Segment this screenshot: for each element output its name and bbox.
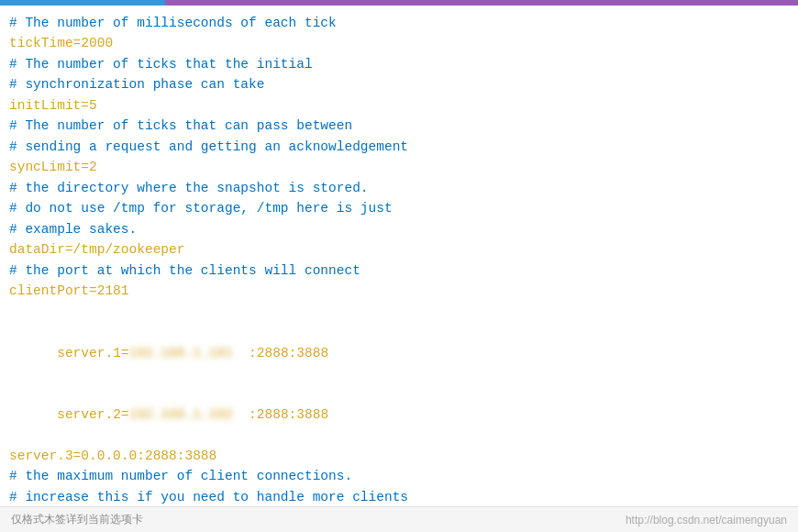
code-area: # The number of milliseconds of each tic… bbox=[0, 6, 798, 506]
line-13: # the port at which the clients will con… bbox=[9, 260, 789, 281]
bottom-url: http://blog.csdn.net/caimengyuan bbox=[626, 514, 787, 526]
line-2: tickTime=2000 bbox=[9, 33, 789, 53]
line-20: # increase this if you need to handle mo… bbox=[9, 487, 789, 506]
progress-indicator bbox=[0, 0, 165, 6]
line-16: server.1=192.168.1.101 :2888:3888 bbox=[9, 322, 789, 383]
line-10: # do not use /tmp for storage, /tmp here… bbox=[9, 198, 789, 218]
bottom-bar: 仅格式木签详到当前选项卡 http://blog.csdn.net/caimen… bbox=[0, 506, 798, 532]
line-15 bbox=[9, 302, 789, 322]
line-19: # the maximum number of client connectio… bbox=[9, 466, 789, 486]
top-bar bbox=[0, 0, 798, 6]
line-4: # synchronization phase can take bbox=[9, 74, 789, 94]
line-1: # The number of milliseconds of each tic… bbox=[9, 13, 789, 33]
line-6: # The number of ticks that can pass betw… bbox=[9, 116, 789, 136]
line-17: server.2=192.168.1.102 :2888:3888 bbox=[9, 383, 789, 445]
bottom-status: 仅格式木签详到当前选项卡 bbox=[11, 512, 143, 527]
line-7: # sending a request and getting an ackno… bbox=[9, 137, 789, 157]
line-12: dataDir=/tmp/zookeeper bbox=[9, 239, 789, 260]
line-11: # example sakes. bbox=[9, 219, 789, 239]
editor-container: # The number of milliseconds of each tic… bbox=[0, 0, 798, 532]
line-18: server.3=0.0.0.0:2888:3888 bbox=[9, 446, 789, 466]
line-9: # the directory where the snapshot is st… bbox=[9, 178, 789, 198]
line-14: clientPort=2181 bbox=[9, 281, 789, 301]
line-5: initLimit=5 bbox=[9, 95, 789, 116]
line-8: syncLimit=2 bbox=[9, 157, 789, 177]
line-3: # The number of ticks that the initial bbox=[9, 54, 789, 74]
